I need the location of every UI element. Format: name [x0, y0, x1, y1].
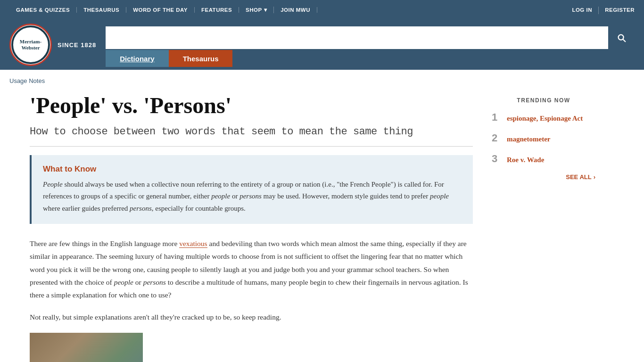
site-logo[interactable]: Merriam-Webster: [9, 24, 52, 66]
top-nav-links: GAMES & QUIZZES THESAURUS WORD OF THE DA…: [9, 7, 317, 13]
page-wrapper: 'People' vs. 'Persons' How to choose bet…: [20, 88, 624, 362]
since-text: SINCE 1828: [58, 41, 96, 49]
sidebar: TRENDING NOW 1 espionage, Espionage Act …: [492, 88, 595, 362]
nav-features[interactable]: FEATURES: [195, 7, 239, 13]
main-content: 'People' vs. 'Persons' How to choose bet…: [30, 88, 473, 362]
trending-heading: TRENDING NOW: [492, 97, 595, 104]
trending-number-3: 3: [492, 153, 501, 165]
nav-thesaurus[interactable]: THESAURUS: [77, 7, 126, 13]
top-nav-auth: LOG IN | REGISTER: [572, 6, 635, 14]
article-body: There are few things in the English lang…: [30, 237, 473, 323]
vexatious-link[interactable]: vexatious: [179, 239, 207, 248]
login-link[interactable]: LOG IN: [572, 7, 592, 13]
nav-shop[interactable]: SHOP ▾: [239, 7, 274, 13]
wtk-text: People should always be used when a coll…: [43, 179, 462, 215]
chevron-down-icon: ▾: [264, 7, 267, 13]
breadcrumb-link[interactable]: Usage Notes: [9, 77, 45, 84]
see-all-link[interactable]: SEE ALL ›: [492, 173, 595, 181]
dictionary-tab[interactable]: Dictionary: [106, 50, 168, 67]
article-title: 'People' vs. 'Persons': [30, 93, 473, 118]
nav-games-quizzes[interactable]: GAMES & QUIZZES: [9, 7, 77, 13]
search-button[interactable]: [608, 26, 635, 49]
trending-item-3: 3 Roe v. Wade: [492, 153, 595, 165]
article-subtitle: How to choose between two words that see…: [30, 126, 473, 138]
trending-number-2: 2: [492, 132, 501, 144]
search-icon: [616, 33, 627, 43]
wtk-title: What to Know: [43, 165, 462, 174]
trending-link-1[interactable]: espionage, Espionage Act: [507, 115, 583, 123]
trending-number-1: 1: [492, 111, 501, 123]
breadcrumb: Usage Notes: [0, 70, 644, 88]
search-bar: [106, 26, 635, 49]
dict-tabs: Dictionary Thesaurus: [106, 50, 635, 67]
top-nav: GAMES & QUIZZES THESAURUS WORD OF THE DA…: [0, 0, 644, 20]
thesaurus-tab[interactable]: Thesaurus: [169, 50, 233, 67]
search-area: Dictionary Thesaurus: [106, 26, 635, 67]
nav-word-of-day[interactable]: WORD OF THE DAY: [126, 7, 195, 13]
what-to-know-box: What to Know People should always be use…: [30, 155, 473, 224]
search-input[interactable]: [106, 26, 608, 49]
trending-link-3[interactable]: Roe v. Wade: [507, 156, 544, 164]
nav-join-mwu[interactable]: JOIN MWU: [274, 7, 317, 13]
register-link[interactable]: REGISTER: [605, 7, 635, 13]
content-divider: [30, 146, 473, 147]
article-image-area: When a collective noun is...: [30, 333, 473, 362]
site-header: Merriam-Webster SINCE 1828 Dictionary Th…: [0, 20, 644, 70]
logo-container: Merriam-Webster SINCE 1828: [9, 24, 96, 70]
logo-text: Merriam-Webster: [20, 39, 41, 51]
trending-list: 1 espionage, Espionage Act 2 magnetomete…: [492, 111, 595, 165]
article-image: When a collective noun is...: [30, 333, 143, 362]
trending-item-1: 1 espionage, Espionage Act: [492, 111, 595, 123]
trending-item-2: 2 magnetometer: [492, 132, 595, 144]
chevron-right-icon: ›: [594, 173, 595, 181]
trending-link-2[interactable]: magnetometer: [507, 135, 550, 143]
body-paragraph-1: There are few things in the English lang…: [30, 237, 473, 301]
body-paragraph-2: Not really, but simple explanations aren…: [30, 311, 473, 323]
